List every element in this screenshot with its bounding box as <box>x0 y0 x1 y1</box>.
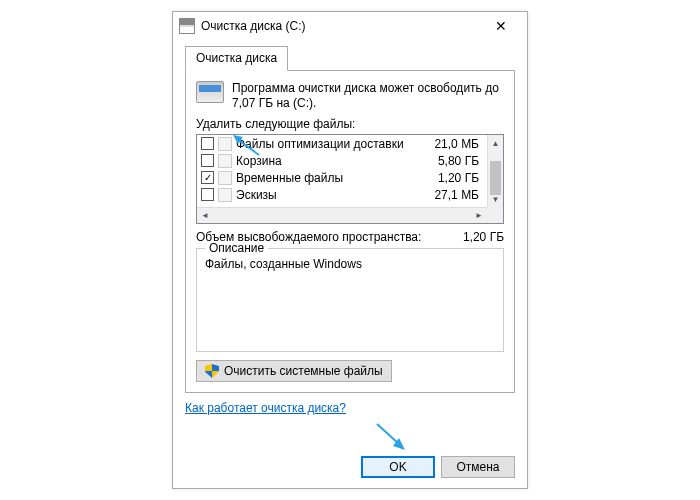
file-row[interactable]: Корзина 5,80 ГБ <box>197 152 487 169</box>
scroll-corner <box>487 207 503 223</box>
help-link[interactable]: Как работает очистка диска? <box>185 401 346 415</box>
description-title: Описание <box>205 241 268 255</box>
info-text: Программа очистки диска может освободить… <box>232 81 504 111</box>
file-size: 5,80 ГБ <box>423 154 483 168</box>
window-title: Очистка диска (C:) <box>201 19 481 33</box>
file-row[interactable]: Эскизы 27,1 МБ <box>197 186 487 203</box>
file-checkbox[interactable] <box>201 188 214 201</box>
scroll-down-icon: ▼ <box>488 191 503 207</box>
close-button[interactable]: ✕ <box>481 14 521 38</box>
clean-system-files-label: Очистить системные файлы <box>224 364 383 378</box>
files-to-delete-label: Удалить следующие файлы: <box>196 117 504 131</box>
file-label: Эскизы <box>236 188 423 202</box>
scroll-up-icon: ▲ <box>488 135 503 151</box>
files-listview[interactable]: Файлы оптимизации доставки 21,0 МБ Корзи… <box>196 134 504 224</box>
disk-cleanup-app-icon <box>179 18 195 34</box>
vertical-scrollbar[interactable]: ▲ ▼ <box>487 135 503 207</box>
file-size: 21,0 МБ <box>423 137 483 151</box>
scroll-right-icon: ► <box>475 211 483 220</box>
file-label: Временные файлы <box>236 171 423 185</box>
vertical-scroll-thumb[interactable] <box>490 161 501 195</box>
file-icon <box>218 154 232 168</box>
file-checkbox[interactable] <box>201 137 214 150</box>
scroll-left-icon: ◄ <box>201 211 209 220</box>
file-row[interactable]: Файлы оптимизации доставки 21,0 МБ <box>197 135 487 152</box>
uac-shield-icon <box>205 364 219 378</box>
description-group: Описание Файлы, созданные Windows <box>196 248 504 352</box>
file-label: Файлы оптимизации доставки <box>236 137 423 151</box>
file-icon <box>218 188 232 202</box>
files-list-inner: Файлы оптимизации доставки 21,0 МБ Корзи… <box>197 135 487 207</box>
clean-system-files-button[interactable]: Очистить системные файлы <box>196 360 392 382</box>
file-checkbox[interactable]: ✓ <box>201 171 214 184</box>
info-row: Программа очистки диска может освободить… <box>196 81 504 111</box>
tab-disk-cleanup[interactable]: Очистка диска <box>185 46 288 71</box>
annotation-arrow-icon <box>375 422 407 452</box>
dialog-footer: OK Отмена <box>361 456 515 478</box>
titlebar[interactable]: Очистка диска (C:) ✕ <box>173 12 527 40</box>
file-size: 27,1 МБ <box>423 188 483 202</box>
client-area: Очистка диска Программа очистки диска мо… <box>173 40 527 425</box>
file-size: 1,20 ГБ <box>423 171 483 185</box>
disk-icon <box>196 81 224 103</box>
horizontal-scrollbar[interactable]: ◄ ► <box>197 207 487 223</box>
description-text: Файлы, созданные Windows <box>205 257 495 271</box>
close-icon: ✕ <box>495 18 507 34</box>
file-icon <box>218 171 232 185</box>
tab-panel: Программа очистки диска может освободить… <box>185 71 515 393</box>
ok-button[interactable]: OK <box>361 456 435 478</box>
cancel-button[interactable]: Отмена <box>441 456 515 478</box>
file-checkbox[interactable] <box>201 154 214 167</box>
file-icon <box>218 137 232 151</box>
tab-strip: Очистка диска <box>185 46 515 71</box>
file-row[interactable]: ✓ Временные файлы 1,20 ГБ <box>197 169 487 186</box>
total-value: 1,20 ГБ <box>463 230 504 244</box>
disk-cleanup-window: Очистка диска (C:) ✕ Очистка диска Прогр… <box>172 11 528 489</box>
file-label: Корзина <box>236 154 423 168</box>
